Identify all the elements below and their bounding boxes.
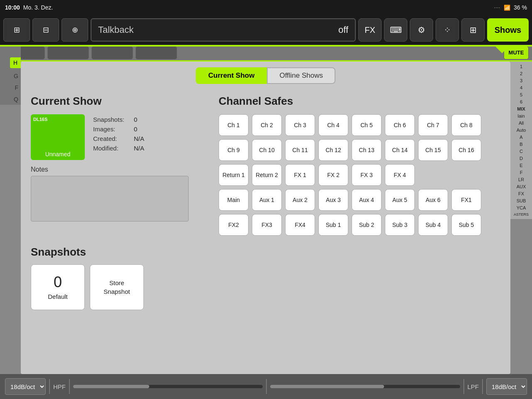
show-meta: Snapshots: 0 Images: 0 Created: N/A Mo (93, 114, 144, 152)
ch-btn-3[interactable]: Ch 3 (285, 114, 315, 136)
ch-btn-6[interactable]: Ch 6 (385, 114, 415, 136)
ch-btn-main[interactable]: Main (219, 189, 249, 211)
rp-a: A (510, 134, 532, 140)
routing-icon: ⁘ (444, 25, 451, 35)
ch-row-5: FX2 FX3 FX4 Sub 1 Sub 2 Sub 3 Sub 4 Sub … (219, 214, 500, 236)
show-thumbnail[interactable]: DL16S Unnamed (31, 114, 85, 160)
lpf-rate-select[interactable]: 18dB/oct (486, 378, 527, 395)
ch-btn-sub4[interactable]: Sub 4 (418, 214, 448, 236)
snapshots-title: Snapshots (31, 246, 500, 259)
ch-btn-fx2b[interactable]: FX2 (219, 214, 249, 236)
ch-btn-aux1[interactable]: Aux 1 (252, 189, 282, 211)
ch-btn-aux3[interactable]: Aux 3 (318, 189, 348, 211)
notes-textarea[interactable] (31, 176, 189, 222)
eq-icon: ⊕ (72, 25, 78, 34)
ch-btn-fx3[interactable]: FX 3 (352, 164, 382, 186)
meta-modified: Modified: N/A (93, 145, 144, 152)
shows-button[interactable]: Shows (487, 18, 529, 42)
ch-btn-9[interactable]: Ch 9 (219, 139, 249, 161)
ch-btn-return2[interactable]: Return 2 (252, 164, 282, 186)
snapshots-label: Snapshots: (93, 116, 131, 123)
rp-all: All (510, 120, 532, 126)
left-sidebar-g[interactable]: G (14, 71, 21, 81)
mixer-grid-icon: ⊞ (14, 25, 20, 34)
grid-btn[interactable]: ⊞ (461, 18, 485, 42)
rp-d: D (510, 155, 532, 162)
left-sidebar-h[interactable]: H (10, 57, 21, 68)
ch-btn-14[interactable]: Ch 14 (385, 139, 415, 161)
meta-snapshots: Snapshots: 0 (93, 116, 144, 123)
left-sidebar-q[interactable]: Q (14, 94, 21, 105)
notes-section: Notes (31, 166, 205, 223)
talkback-label: Talkback (98, 25, 134, 35)
ch-btn-fx2[interactable]: FX 2 (318, 164, 348, 186)
ch-btn-12[interactable]: Ch 12 (318, 139, 348, 161)
settings-btn[interactable]: ⚙ (410, 18, 433, 42)
ch-btn-10[interactable]: Ch 10 (252, 139, 282, 161)
ch-btn-2[interactable]: Ch 2 (252, 114, 282, 136)
rp-1: 1 (510, 63, 532, 70)
eq-btn[interactable]: ⊕ (62, 18, 88, 42)
ch-btn-15[interactable]: Ch 15 (418, 139, 448, 161)
hpf-slider-track[interactable] (73, 385, 263, 388)
second-row-btn-2[interactable] (47, 46, 89, 59)
ch-btn-fx4[interactable]: FX 4 (385, 164, 415, 186)
rp-3: 3 (510, 77, 532, 84)
ch-btn-fx4b[interactable]: FX4 (285, 214, 315, 236)
meta-created: Created: N/A (93, 135, 144, 142)
ch-btn-aux5[interactable]: Aux 5 (385, 189, 415, 211)
fx-btn[interactable]: FX (358, 18, 382, 42)
ch-btn-8[interactable]: Ch 8 (451, 114, 481, 136)
ch-btn-11[interactable]: Ch 11 (285, 139, 315, 161)
snapshot-card-store[interactable]: StoreSnapshot (90, 264, 144, 310)
ch-btn-16[interactable]: Ch 16 (451, 139, 481, 161)
talkback-bar[interactable]: Talkback off (91, 18, 356, 42)
tab-offline-shows[interactable]: Offline Shows (267, 67, 335, 84)
rp-lr: LR (510, 176, 532, 183)
wifi-icon: 📶 (504, 5, 510, 11)
ch-btn-return1[interactable]: Return 1 (219, 164, 249, 186)
hpf-rate-select[interactable]: 18dB/oct (5, 378, 46, 395)
second-toolbar-row: MUTE (0, 45, 532, 62)
ch-btn-7[interactable]: Ch 7 (418, 114, 448, 136)
routing-btn[interactable]: ⁘ (436, 18, 459, 42)
green-accent-bar (0, 45, 532, 47)
keyboard-btn[interactable]: ⌨ (384, 18, 407, 42)
ch-btn-5[interactable]: Ch 5 (352, 114, 382, 136)
lpf-slider-fill (270, 385, 384, 388)
ch-btn-aux4[interactable]: Aux 4 (352, 189, 382, 211)
ch-btn-sub3[interactable]: Sub 3 (385, 214, 415, 236)
lpf-slider-track[interactable] (270, 385, 460, 388)
top-section: Current Show DL16S Unnamed Snapshots: 0 … (31, 95, 500, 236)
snapshot-label-store: StoreSnapshot (103, 278, 130, 296)
fader-icon: ⊟ (43, 25, 49, 34)
left-sidebar-f[interactable]: F (15, 82, 21, 93)
main-content-area: Current Show Offline Shows Current Show … (21, 62, 510, 374)
second-row-btn-4[interactable] (135, 46, 177, 59)
channel-safes-panel: Channel Safes Ch 1 Ch 2 Ch 3 Ch 4 Ch 5 C… (219, 95, 500, 236)
fader-btn[interactable]: ⊟ (32, 18, 59, 42)
rp-yca: YCA (510, 204, 532, 211)
ch-btn-sub2[interactable]: Sub 2 (352, 214, 382, 236)
channel-safes-title: Channel Safes (219, 95, 500, 108)
current-show-panel: Current Show DL16S Unnamed Snapshots: 0 … (31, 95, 205, 236)
ch-btn-sub5[interactable]: Sub 5 (451, 214, 481, 236)
rp-main: lain (510, 113, 532, 119)
snapshot-card-default[interactable]: 0 Default (31, 264, 85, 310)
mixer-icon-btn[interactable]: ⊞ (3, 18, 30, 42)
notes-label: Notes (31, 166, 205, 173)
ch-btn-aux6[interactable]: Aux 6 (418, 189, 448, 211)
ch-btn-fx1b[interactable]: FX1 (451, 189, 481, 211)
tab-current-show[interactable]: Current Show (196, 67, 267, 84)
hpf-label: HPF (53, 383, 66, 390)
ch-btn-13[interactable]: Ch 13 (352, 139, 382, 161)
ch-btn-sub1[interactable]: Sub 1 (318, 214, 348, 236)
rp-c: C (510, 148, 532, 155)
main-toolbar: ⊞ ⊟ ⊕ Talkback off FX ⌨ ⚙ ⁘ ⊞ Shows (0, 15, 532, 45)
ch-btn-1[interactable]: Ch 1 (219, 114, 249, 136)
ch-btn-fx1[interactable]: FX 1 (285, 164, 315, 186)
second-row-btn-3[interactable] (91, 46, 133, 59)
ch-btn-fx3b[interactable]: FX3 (252, 214, 282, 236)
ch-btn-aux2[interactable]: Aux 2 (285, 189, 315, 211)
ch-btn-4[interactable]: Ch 4 (318, 114, 348, 136)
